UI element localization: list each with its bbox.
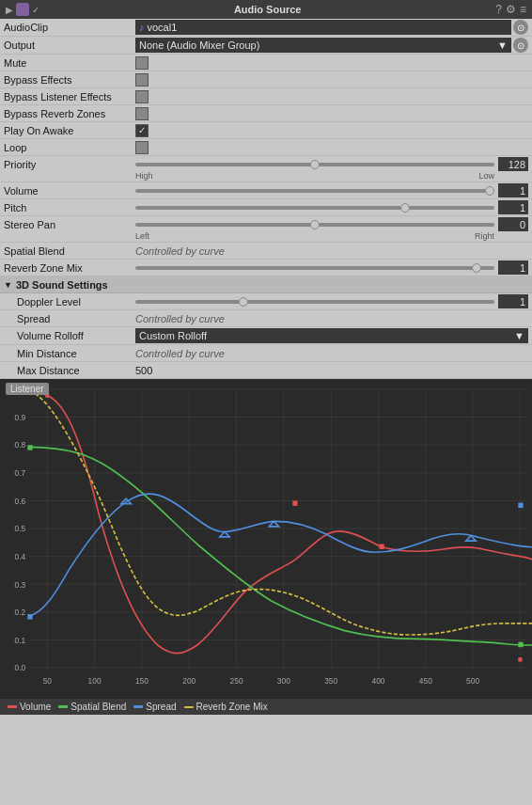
svg-rect-55: [518, 503, 523, 508]
stereo-pan-slider-container: 0: [135, 217, 528, 231]
note-icon: ♪: [139, 22, 145, 33]
doppler-level-track[interactable]: [135, 300, 494, 304]
priority-slider-track[interactable]: [135, 163, 494, 166]
pitch-value[interactable]: 1: [498, 200, 528, 214]
doppler-level-label: Doppler Level: [4, 296, 135, 308]
doppler-level-value[interactable]: 1: [498, 294, 528, 308]
help-icon[interactable]: ?: [495, 3, 502, 16]
svg-rect-45: [292, 500, 297, 505]
audio-clip-field[interactable]: ♪ vocal1: [135, 20, 511, 35]
volume-rolloff-dropdown[interactable]: Custom Rolloff ▼: [135, 328, 528, 343]
stereo-pan-track[interactable]: [135, 223, 494, 227]
max-distance-row: Max Distance 500: [0, 362, 532, 379]
menu-icon[interactable]: ≡: [520, 3, 526, 16]
spread-legend-label: Spread: [146, 702, 176, 712]
spatial-blend-label: Spatial Blend: [4, 245, 135, 257]
stereo-right-label: Right: [475, 231, 494, 241]
audio-clip-select-btn[interactable]: ⊙: [513, 20, 528, 35]
sound-settings-header[interactable]: ▼ 3D Sound Settings: [0, 276, 532, 293]
reverb-zone-mix-value[interactable]: 1: [498, 260, 528, 275]
legend-volume: Volume: [8, 702, 51, 712]
pitch-slider-container: 1: [135, 200, 528, 214]
spread-text: Controlled by curve: [135, 313, 225, 324]
svg-text:0.4: 0.4: [15, 552, 26, 561]
spread-row: Spread Controlled by curve: [0, 310, 532, 327]
svg-text:0.0: 0.0: [15, 663, 26, 672]
stereo-pan-value[interactable]: 0: [498, 217, 528, 231]
bypass-reverb-checkbox[interactable]: [135, 107, 149, 120]
legend-spatial-blend: Spatial Blend: [58, 702, 126, 712]
svg-text:400: 400: [371, 675, 384, 685]
settings-icon[interactable]: ⚙: [506, 3, 516, 16]
volume-label: Volume: [4, 185, 135, 197]
priority-value[interactable]: 128: [498, 157, 528, 171]
audio-clip-row: AudioClip ♪ vocal1 ⊙: [0, 19, 532, 37]
bypass-reverb-zones-label: Bypass Reverb Zones: [4, 108, 135, 119]
pitch-slider-track[interactable]: [135, 206, 494, 210]
play-on-awake-checkbox[interactable]: ✓: [135, 124, 149, 137]
svg-rect-46: [380, 544, 384, 548]
output-select-btn[interactable]: ⊙: [513, 38, 528, 53]
chart-svg: 1.0 0.9 0.8 0.7 0.6 0.5 0.4 0.3 0.2 0.1 …: [0, 379, 532, 699]
volume-slider-container: 1: [135, 183, 528, 197]
stereo-pan-thumb[interactable]: [310, 220, 320, 229]
bypass-reverb-zones-value: [135, 107, 528, 120]
volume-slider-track[interactable]: [135, 189, 494, 193]
reverb-zone-mix-row: Reverb Zone Mix 1: [0, 260, 532, 276]
volume-legend-dot: [8, 705, 17, 708]
svg-text:0.3: 0.3: [15, 579, 26, 589]
svg-text:500: 500: [466, 675, 479, 685]
loop-label: Loop: [4, 142, 135, 153]
mute-row: Mute: [0, 55, 532, 71]
play-on-awake-value: ✓: [135, 124, 528, 137]
loop-checkbox[interactable]: [135, 141, 149, 154]
volume-rolloff-row: Volume Rolloff Custom Rolloff ▼: [0, 327, 532, 345]
loop-row: Loop: [0, 139, 532, 156]
svg-text:0.8: 0.8: [15, 440, 26, 450]
spatial-blend-value: Controlled by curve: [135, 245, 528, 257]
output-label: Output: [4, 39, 135, 51]
output-row: Output None (Audio Mixer Group) ▼ ⊙: [0, 37, 532, 55]
title-text: Audio Source: [43, 4, 492, 15]
bypass-effects-value: [135, 73, 528, 87]
mute-checkbox[interactable]: [135, 56, 149, 70]
pitch-label: Pitch: [4, 202, 135, 213]
spread-label: Spread: [4, 313, 135, 324]
audio-clip-label: AudioClip: [4, 22, 135, 33]
reverb-zone-mix-thumb[interactable]: [472, 263, 481, 273]
min-distance-text: Controlled by curve: [135, 348, 225, 359]
bypass-effects-checkbox[interactable]: [135, 73, 149, 87]
volume-slider-thumb[interactable]: [485, 186, 494, 196]
chart-area: Listener: [0, 379, 532, 699]
spatial-blend-legend-label: Spatial Blend: [70, 702, 126, 712]
doppler-level-thumb[interactable]: [239, 297, 248, 307]
expand-arrow[interactable]: ▶: [6, 5, 13, 15]
bypass-listener-checkbox[interactable]: [135, 90, 149, 103]
doppler-level-slider-container: 1: [135, 294, 528, 308]
min-distance-row: Min Distance Controlled by curve: [0, 345, 532, 362]
pitch-row: Pitch 1: [0, 199, 532, 216]
stereo-left-label: Left: [135, 231, 149, 241]
spatial-blend-text: Controlled by curve: [135, 245, 225, 257]
check-icon[interactable]: ✓: [32, 5, 39, 15]
pitch-slider-thumb[interactable]: [400, 203, 410, 213]
volume-rolloff-value: Custom Rolloff ▼: [135, 328, 528, 343]
bypass-reverb-zones-row: Bypass Reverb Zones: [0, 105, 532, 122]
listener-badge: Listener: [6, 383, 49, 395]
priority-slider-thumb[interactable]: [310, 160, 320, 169]
priority-high-label: High: [135, 171, 153, 181]
volume-value[interactable]: 1: [498, 183, 528, 197]
svg-rect-0: [0, 379, 532, 699]
chevron-down-icon: ▼: [497, 39, 508, 51]
legend-spread: Spread: [133, 702, 176, 712]
priority-label: Priority: [4, 159, 135, 170]
legend-reverb-zone-mix: Reverb Zone Mix: [184, 702, 268, 712]
output-dropdown[interactable]: None (Audio Mixer Group) ▼: [135, 38, 511, 53]
svg-text:0.5: 0.5: [15, 524, 26, 533]
volume-rolloff-text: Custom Rolloff: [139, 330, 207, 341]
audio-clip-value: ♪ vocal1 ⊙: [135, 20, 528, 35]
audio-clip-name: vocal1: [148, 22, 178, 33]
svg-text:100: 100: [88, 675, 102, 685]
max-distance-label: Max Distance: [4, 365, 135, 376]
reverb-zone-mix-track[interactable]: [135, 266, 494, 270]
